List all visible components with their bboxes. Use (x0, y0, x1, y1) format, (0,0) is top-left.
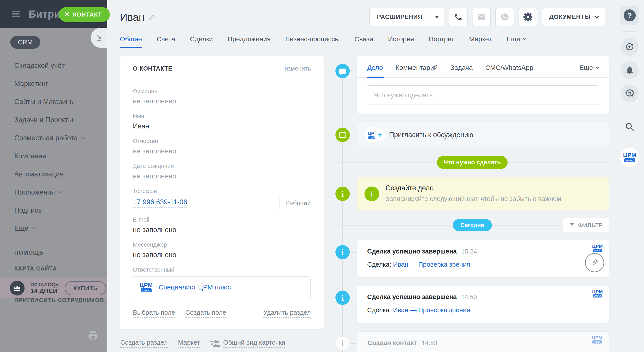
entry-card-deal-won-1[interactable]: Сделка успешно завершена 15:24 Сделка: И… (357, 240, 609, 277)
info-icon: i (336, 245, 350, 259)
extensions-button[interactable]: РАСШИРЕНИЯ (370, 7, 444, 26)
entity-type-badge[interactable]: × КОНТАКТ (58, 7, 110, 22)
field-responsible: Ответственный ЦРМ плюс Специалист ЦРМ пл… (133, 266, 311, 298)
settings-button[interactable] (518, 7, 537, 26)
triangle-down-icon (435, 16, 439, 18)
todo-input[interactable] (367, 85, 599, 105)
tab-deals[interactable]: Сделки (190, 35, 213, 48)
sidebar-item-tasks[interactable]: Задачи и Проекты (14, 116, 107, 124)
select-field-link[interactable]: Выбрать поле (133, 309, 175, 318)
tab-relations[interactable]: Связи (354, 35, 373, 48)
phone-link[interactable]: +7 996 639-11-06 (133, 198, 187, 208)
help-button[interactable]: ? (620, 6, 639, 25)
card-footer-links: Создать раздел Маркет Общий вид карточки (120, 339, 324, 348)
sidebar-item-more[interactable]: Ещё (14, 224, 107, 232)
add-activity-button[interactable]: + (364, 186, 379, 201)
composer-tab-sms[interactable]: СМС/WhatsApp (485, 64, 533, 77)
timeline-entry: i Сделка успешно завершена 14:59 Сделка:… (336, 286, 609, 323)
messenger-button[interactable] (495, 7, 514, 26)
sidebar-item-marketing[interactable]: Маркетинг (14, 80, 107, 88)
card-view-link[interactable]: Общий вид карточки (223, 339, 285, 348)
create-section-link[interactable]: Создать раздел (120, 339, 168, 348)
edit-link[interactable]: изменить (285, 65, 311, 72)
phone-icon (454, 12, 463, 21)
right-rail: ? (615, 0, 644, 352)
hint-row: i + Создайте дело Запланируйте следующий… (336, 177, 609, 210)
tab-general[interactable]: Общие (120, 35, 142, 48)
tab-invoices[interactable]: Счета (157, 35, 175, 48)
mail-icon (477, 12, 486, 21)
crm-plus-logo: ЦРМ плюс (140, 282, 153, 292)
notifications-button[interactable] (621, 61, 639, 79)
crm-plus-logo: ЦРМплюс (592, 244, 603, 252)
crm-plus-logo: ЦРМплюс (592, 335, 602, 344)
crm-badge[interactable]: CRM (10, 36, 40, 49)
composer-tab-more[interactable]: Еще (580, 64, 599, 77)
entry-card-deal-won-2[interactable]: Сделка успешно завершена 14:59 Сделка: И… (357, 286, 609, 323)
sidebar-item-signature[interactable]: Подпись (14, 206, 107, 214)
add-user-icon[interactable]: + (374, 129, 386, 141)
copy-link-icon[interactable] (148, 14, 156, 22)
sidebar-item-automation[interactable]: Автоматизация (14, 170, 107, 178)
pin-button[interactable] (585, 253, 604, 272)
menu-burger-icon[interactable] (12, 11, 20, 17)
call-button[interactable] (449, 7, 468, 26)
search-button[interactable] (624, 122, 635, 133)
crm-plus-app-button[interactable]: ЦРМ плюс (620, 147, 640, 167)
timeline-entry: i Сделка успешно завершена 15:24 Сделка:… (336, 240, 609, 277)
deal-link[interactable]: Иван — Проверка зрения (393, 261, 470, 268)
documents-button[interactable]: ДОКУМЕНТЫ (542, 7, 606, 26)
tab-more[interactable]: Еще (506, 35, 526, 48)
composer-tab-task[interactable]: Задача (450, 64, 473, 77)
tab-history[interactable]: История (388, 35, 414, 48)
sidebar-item-company[interactable]: Компания (14, 152, 107, 160)
messenger-rail-button[interactable] (621, 84, 639, 102)
sidebar-item-inventory[interactable]: Складской учёт (14, 62, 107, 70)
chevron-down-icon (594, 14, 599, 18)
tab-market[interactable]: Маркет (469, 35, 492, 48)
composer-tab-comment[interactable]: Комментарий (396, 64, 438, 77)
main-header: Иван РАСШИРЕНИЯ (120, 0, 615, 26)
delete-section-link[interactable]: Удалить раздел (264, 309, 311, 318)
chevron-down-icon (58, 189, 62, 193)
timeline-entry: i Создан контакт 14:53 Иван ЦРМплюс (336, 331, 609, 352)
sidebar-item-sites[interactable]: Сайты и Магазины (14, 98, 107, 106)
close-icon[interactable]: × (64, 9, 70, 19)
market-link[interactable]: Маркет (178, 339, 200, 348)
discussion-bubble-icon (336, 128, 350, 142)
sidebar-link-sitemap[interactable]: КАРТА САЙТА (14, 265, 107, 272)
sidebar-item-collab[interactable]: Совместная работа (14, 134, 107, 142)
filter-button[interactable]: ФИЛЬТР (563, 218, 609, 232)
sidebar-link-help[interactable]: ПОМОЩЬ (14, 249, 107, 256)
divider (133, 80, 311, 80)
tab-bizproc[interactable]: Бизнес-процессы (285, 35, 340, 48)
entry-time: 15:24 (461, 248, 477, 255)
print-icon[interactable] (87, 330, 99, 342)
responsible-link[interactable]: Специалист ЦРМ плюс (158, 283, 231, 291)
tab-quotes[interactable]: Предложения (228, 35, 270, 48)
sidebar-item-apps[interactable]: Приложения (14, 188, 107, 196)
copilot-button[interactable] (621, 38, 639, 56)
pin-icon (589, 257, 600, 268)
info-icon: i (336, 187, 350, 201)
composer-tab-activity[interactable]: Дело (367, 64, 383, 77)
sidebar-body: CRM Складской учёт Маркетинг Сайты и Маг… (0, 28, 107, 352)
invite-to-discussion[interactable]: ЦРМплюс + Пригласить к обсуждению (357, 122, 609, 147)
todo-divider: Что нужно сделать (336, 156, 609, 169)
extensions-dropdown-button[interactable] (430, 8, 444, 26)
tab-profile[interactable]: Портрет (429, 35, 454, 48)
buy-button[interactable]: КУПИТЬ (64, 281, 106, 295)
funnel-icon (569, 222, 575, 228)
copilot-icon (625, 42, 634, 52)
divider (623, 141, 636, 141)
field-lastname: Фамилия не заполнено (133, 88, 311, 105)
field-birthdate: Дата рождения не заполнено (133, 163, 311, 180)
content: О КОНТАКТЕ изменить Фамилия не заполнено… (120, 56, 615, 352)
header-actions: РАСШИРЕНИЯ (370, 7, 606, 26)
create-field-link[interactable]: Создать поле (185, 309, 226, 318)
deal-link[interactable]: Иван — Проверка зрения (393, 306, 470, 314)
entry-card-contact-created[interactable]: Создан контакт 14:53 Иван ЦРМплюс (357, 331, 609, 352)
top-bar: Битрикс 24 × КОНТАКТ (0, 0, 107, 28)
create-activity-hint[interactable]: + Создайте дело Запланируйте следующий ш… (357, 177, 609, 210)
email-button[interactable] (472, 7, 491, 26)
